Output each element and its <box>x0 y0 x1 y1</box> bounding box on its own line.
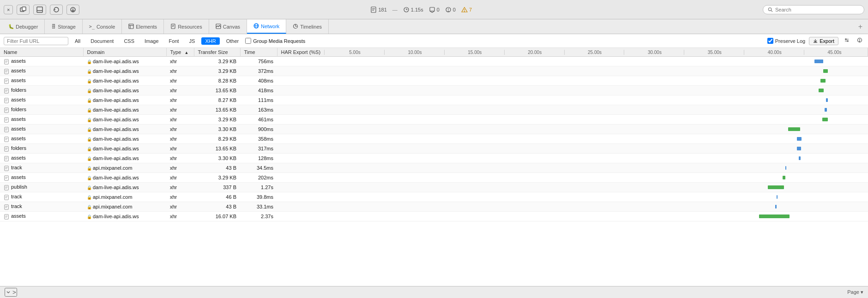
table-row[interactable]: publish🔒dam-live-api.adis.wsxhr337 B1.27… <box>0 183 868 192</box>
tab-resources[interactable]: Resources <box>164 19 209 34</box>
devtools-window: × <box>0 0 868 298</box>
table-row[interactable]: assets🔒dam-live-api.adis.wsxhr3.29 KB372… <box>0 66 868 76</box>
cell-waterfall <box>277 76 868 86</box>
canvas-icon <box>216 24 221 30</box>
dock-button[interactable] <box>33 5 46 15</box>
filter-js-btn[interactable]: JS <box>186 37 199 45</box>
cell-domain: 🔒api.mixpanel.com <box>83 163 166 173</box>
col-header-type[interactable]: Type ▲ <box>166 48 194 57</box>
filter-options-button[interactable] <box>855 36 864 45</box>
table-row[interactable]: assets🔒dam-live-api.adis.wsxhr8.27 KB111… <box>0 95 868 105</box>
tab-canvas[interactable]: Canvas <box>209 19 247 34</box>
lock-icon: 🔒 <box>87 137 92 142</box>
waterfall-bar-container <box>281 213 864 220</box>
refresh-button[interactable] <box>50 5 63 15</box>
col-header-domain[interactable]: Domain <box>83 48 166 57</box>
waterfall-bar <box>814 60 823 63</box>
cell-time: 34.5ms <box>240 163 277 173</box>
filter-xhr-btn[interactable]: XHR <box>201 37 219 45</box>
export-button[interactable]: Export <box>809 37 838 45</box>
close-button[interactable]: × <box>4 5 13 14</box>
filter-font-btn[interactable]: Font <box>165 37 183 45</box>
cell-time: 418ms <box>240 86 277 95</box>
table-row[interactable]: assets🔒dam-live-api.adis.wsxhr16.07 KB2.… <box>0 212 868 221</box>
table-row[interactable]: folders🔒dam-live-api.adis.wsxhr13.65 KB4… <box>0 86 868 95</box>
col-header-time[interactable]: Time <box>240 48 277 57</box>
waterfall-bar-container <box>281 145 864 152</box>
table-row[interactable]: assets🔒dam-live-api.adis.wsxhr3.29 KB461… <box>0 115 868 125</box>
cell-domain: 🔒dam-live-api.adis.ws <box>83 66 166 76</box>
file-icon <box>4 78 9 84</box>
network-table-container[interactable]: Name Domain Type ▲ Transfer Size <box>0 48 868 286</box>
cell-time: 39.8ms <box>240 192 277 202</box>
col-header-waterfall[interactable]: HAR Export (%S) 5.00s10.00s15.00s20.00s2… <box>277 48 868 57</box>
col-header-size[interactable]: Transfer Size <box>194 48 240 57</box>
table-row[interactable]: assets🔒dam-live-api.adis.wsxhr8.28 KB408… <box>0 76 868 86</box>
detach-button[interactable] <box>17 5 30 15</box>
filter-css-btn[interactable]: CSS <box>120 37 138 45</box>
table-row[interactable]: assets🔒dam-live-api.adis.wsxhr3.30 KB128… <box>0 154 868 163</box>
cell-waterfall <box>277 202 868 212</box>
cell-time: 33.1ms <box>240 202 277 212</box>
table-row[interactable]: assets🔒dam-live-api.adis.wsxhr3.29 KB756… <box>0 57 868 66</box>
waterfall-bar-container <box>281 174 864 181</box>
tab-timelines[interactable]: Timelines <box>286 19 329 34</box>
console-label: > <box>12 289 16 296</box>
table-row[interactable]: folders🔒dam-live-api.adis.wsxhr13.65 KB3… <box>0 144 868 154</box>
elements-icon <box>128 24 134 30</box>
tab-network[interactable]: Network <box>247 19 286 34</box>
svg-rect-77 <box>5 185 9 190</box>
time-tick: 20.00s <box>504 50 564 55</box>
file-icon <box>4 204 9 210</box>
table-row[interactable]: track🔒api.mixpanel.comxhr46 B39.8ms <box>0 192 868 202</box>
cell-waterfall <box>277 134 868 144</box>
time-ruler: 5.00s10.00s15.00s20.00s25.00s30.00s35.00… <box>324 50 864 55</box>
download-button[interactable] <box>66 5 79 15</box>
cell-size: 3.29 KB <box>194 115 240 125</box>
table-row[interactable]: folders🔒dam-live-api.adis.wsxhr13.65 KB1… <box>0 105 868 115</box>
svg-point-37 <box>859 41 860 42</box>
col-header-name[interactable]: Name <box>0 48 83 57</box>
message-icon <box>429 6 435 13</box>
time-tick: 40.00s <box>744 50 804 55</box>
waterfall-bar <box>768 185 784 189</box>
filter-other-btn[interactable]: Other <box>223 37 243 45</box>
filter-bar: All Document CSS Image Font JS XHR Other… <box>0 34 868 48</box>
file-icon <box>4 137 9 142</box>
tab-debugger[interactable]: 🐛 Debugger <box>2 19 45 34</box>
cell-name: track <box>0 163 83 173</box>
edit-columns-button[interactable] <box>842 36 851 45</box>
cell-time: 358ms <box>240 134 277 144</box>
filter-image-btn[interactable]: Image <box>141 37 163 45</box>
cell-time: 163ms <box>240 105 277 115</box>
tab-storage[interactable]: 🗄 Storage <box>45 19 83 34</box>
filter-all-btn[interactable]: All <box>71 37 84 45</box>
console-icon: >_ <box>89 24 95 29</box>
lock-icon: 🔒 <box>87 79 92 83</box>
search-input[interactable] <box>775 7 859 12</box>
tab-add-button[interactable]: + <box>855 23 866 31</box>
tab-elements[interactable]: Elements <box>122 19 164 34</box>
preserve-log-toggle[interactable]: Preserve Log <box>767 38 805 44</box>
cell-waterfall <box>277 163 868 173</box>
table-row[interactable]: assets🔒dam-live-api.adis.wsxhr8.29 KB358… <box>0 134 868 144</box>
tab-console[interactable]: >_ Console <box>83 19 122 34</box>
preserve-log-checkbox[interactable] <box>767 38 773 44</box>
table-row[interactable]: track🔒api.mixpanel.comxhr43 B34.5ms <box>0 163 868 173</box>
tab-debugger-label: Debugger <box>16 24 38 30</box>
filter-document-btn[interactable]: Document <box>87 37 117 45</box>
cell-type: xhr <box>166 86 194 95</box>
table-row[interactable]: assets🔒dam-live-api.adis.wsxhr3.30 KB900… <box>0 125 868 134</box>
table-row[interactable]: track🔒api.mixpanel.comxhr43 B33.1ms <box>0 202 868 212</box>
page-label[interactable]: Page ▾ <box>847 289 863 295</box>
search-box[interactable] <box>763 5 864 14</box>
group-media-checkbox[interactable] <box>245 38 251 44</box>
waterfall-bar <box>797 147 801 150</box>
lock-icon: 🔒 <box>87 185 92 190</box>
table-row[interactable]: assets🔒dam-live-api.adis.wsxhr3.29 KB202… <box>0 173 868 183</box>
resources-icon <box>170 24 176 30</box>
waterfall-bar <box>823 69 828 73</box>
svg-rect-12 <box>430 7 434 11</box>
console-toggle-button[interactable]: > <box>5 288 17 297</box>
filter-url-input[interactable] <box>4 37 68 45</box>
